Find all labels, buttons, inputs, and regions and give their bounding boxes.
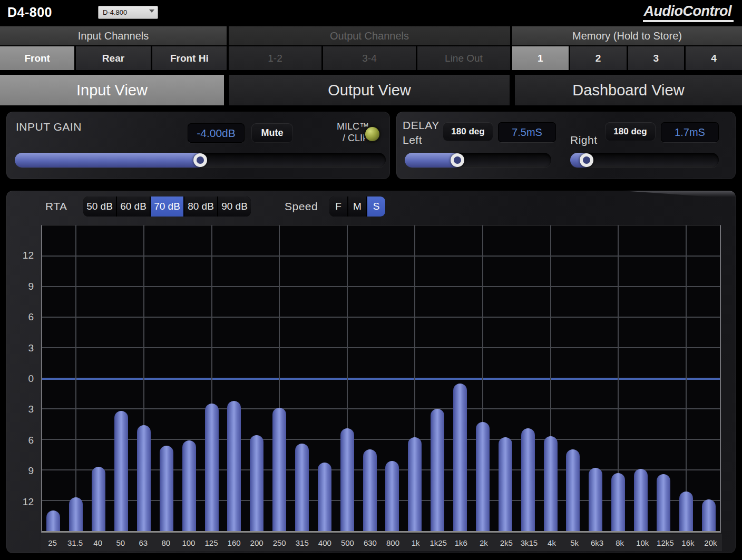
memory-1-button[interactable]: 1 bbox=[512, 46, 569, 70]
delay-left-slider[interactable] bbox=[405, 153, 551, 168]
memory-2-button[interactable]: 2 bbox=[570, 46, 627, 70]
y-axis-labels: 12963036912 bbox=[11, 225, 37, 533]
x-tick-label-63: 63 bbox=[139, 538, 148, 547]
x-tick-label-3k15: 3k15 bbox=[521, 538, 538, 547]
milc-clip-label: MILC™ / CLIP bbox=[321, 121, 369, 144]
x-tick-label-250: 250 bbox=[273, 538, 286, 547]
memory-4-button[interactable]: 4 bbox=[686, 46, 742, 70]
rta-db-button-70-db[interactable]: 70 dB bbox=[151, 197, 183, 217]
delay-right-value[interactable]: 1.7mS bbox=[661, 122, 719, 142]
rta-speed-button-m[interactable]: M bbox=[348, 197, 366, 217]
y-tick-label: 6 bbox=[11, 435, 34, 446]
panel-corner-accent bbox=[622, 191, 736, 199]
memory-header: Memory (Hold to Store) bbox=[512, 26, 742, 45]
rta-bar-250 bbox=[272, 408, 286, 531]
delay-left-label: Left bbox=[403, 134, 422, 146]
x-tick-label-400: 400 bbox=[318, 538, 331, 547]
x-tick-label-2k5: 2k5 bbox=[500, 538, 513, 547]
delay-left-slider-thumb[interactable] bbox=[451, 153, 464, 167]
rta-speed-button-f[interactable]: F bbox=[329, 197, 347, 217]
input-gain-label: INPUT GAIN bbox=[16, 121, 82, 133]
milc-clip-led-indicator bbox=[365, 127, 379, 141]
y-tick-label: 12 bbox=[11, 250, 34, 261]
y-tick-label: 12 bbox=[11, 496, 34, 508]
rta-bar-3k15 bbox=[521, 428, 535, 531]
rta-speed-button-s[interactable]: S bbox=[367, 197, 385, 217]
rta-db-button-90-db[interactable]: 90 dB bbox=[218, 197, 251, 217]
x-tick-label-1k25: 1k25 bbox=[429, 538, 447, 547]
output-channels-header: Output Channels bbox=[229, 26, 510, 45]
x-tick-label-50: 50 bbox=[116, 538, 125, 547]
input-channel-front-hi-button[interactable]: Front Hi bbox=[152, 46, 227, 70]
rta-bar-10k bbox=[634, 469, 648, 531]
x-tick-label-500: 500 bbox=[341, 538, 354, 547]
device-selector-value: D-4.800 bbox=[103, 8, 127, 16]
y-tick-label: 9 bbox=[11, 465, 34, 477]
y-tick-label: 9 bbox=[11, 281, 34, 292]
rta-db-button-80-db[interactable]: 80 dB bbox=[184, 197, 217, 217]
input-channels-section: Input Channels Front Rear Front Hi bbox=[0, 26, 227, 70]
x-tick-label-8k: 8k bbox=[616, 538, 624, 547]
delay-left-value[interactable]: 7.5mS bbox=[498, 122, 556, 142]
tab-dashboard-view[interactable]: Dashboard View bbox=[515, 75, 742, 105]
y-tick-label: 6 bbox=[11, 311, 34, 323]
rta-bar-125 bbox=[205, 404, 219, 531]
delay-right-slider-thumb[interactable] bbox=[580, 153, 593, 167]
input-gain-slider-fill bbox=[15, 153, 200, 168]
rta-bar-40 bbox=[92, 467, 105, 531]
rta-bar-630 bbox=[363, 449, 377, 531]
x-tick-label-16k: 16k bbox=[681, 538, 694, 547]
rta-speed-label: Speed bbox=[285, 200, 318, 213]
delay-panel: DELAY Left 180 deg 7.5mS Right 180 deg 1… bbox=[396, 112, 736, 179]
rta-db-button-50-db[interactable]: 50 dB bbox=[83, 197, 116, 217]
rta-bar-50 bbox=[114, 411, 128, 531]
app-title: D4-800 bbox=[7, 5, 52, 20]
y-tick-label: 3 bbox=[11, 404, 34, 415]
delay-right-slider[interactable] bbox=[570, 153, 719, 168]
device-selector-dropdown[interactable]: D-4.800 bbox=[98, 6, 158, 19]
input-channel-rear-button[interactable]: Rear bbox=[76, 46, 150, 70]
rta-bar-1k6 bbox=[453, 384, 467, 531]
rta-bar-1k bbox=[408, 437, 422, 531]
rta-bar-25 bbox=[46, 510, 60, 531]
delay-label: DELAY bbox=[403, 119, 440, 132]
rta-db-button-60-db[interactable]: 60 dB bbox=[117, 197, 150, 217]
x-tick-label-1k6: 1k6 bbox=[455, 538, 467, 547]
rta-bar-500 bbox=[340, 428, 354, 531]
delay-right-deg-button[interactable]: 180 deg bbox=[605, 122, 656, 141]
x-tick-label-125: 125 bbox=[204, 538, 218, 547]
rta-bar-800 bbox=[385, 461, 399, 531]
tab-output-view[interactable]: Output View bbox=[229, 75, 510, 105]
rta-bar-6k3 bbox=[589, 468, 602, 531]
delay-left-slider-fill bbox=[405, 153, 457, 168]
delay-right-label: Right bbox=[570, 134, 598, 146]
x-tick-label-1k: 1k bbox=[412, 538, 420, 547]
mute-button[interactable]: Mute bbox=[251, 123, 293, 143]
x-tick-label-800: 800 bbox=[386, 538, 399, 547]
x-tick-label-630: 630 bbox=[364, 538, 377, 547]
input-channels-header: Input Channels bbox=[0, 26, 227, 45]
input-channel-front-button[interactable]: Front bbox=[0, 46, 74, 70]
gridline-v bbox=[75, 225, 76, 531]
rta-bar-2k bbox=[476, 422, 490, 531]
tab-input-view[interactable]: Input View bbox=[0, 75, 224, 105]
delay-left-deg-button[interactable]: 180 deg bbox=[443, 122, 493, 141]
output-channel-line-out-button: Line Out bbox=[417, 46, 510, 70]
rta-bar-400 bbox=[318, 463, 331, 531]
x-tick-label-5k: 5k bbox=[570, 538, 579, 547]
memory-3-button[interactable]: 3 bbox=[628, 46, 685, 70]
input-gain-slider[interactable] bbox=[15, 153, 386, 168]
rta-bar-160 bbox=[227, 401, 241, 531]
gridline-v bbox=[686, 225, 687, 531]
rta-bar-16k bbox=[679, 492, 693, 531]
input-gain-value[interactable]: -4.00dB bbox=[188, 123, 245, 143]
rta-bar-8k bbox=[611, 473, 625, 531]
rta-bar-12k5 bbox=[657, 474, 670, 531]
input-gain-slider-thumb[interactable] bbox=[193, 153, 207, 167]
rta-label: RTA bbox=[45, 200, 67, 213]
rta-bar-80 bbox=[160, 446, 173, 531]
x-tick-label-10k: 10k bbox=[636, 538, 649, 547]
memory-section: Memory (Hold to Store) 1 2 3 4 bbox=[512, 26, 742, 70]
rta-bar-4k bbox=[544, 436, 558, 531]
x-tick-label-315: 315 bbox=[296, 538, 309, 547]
